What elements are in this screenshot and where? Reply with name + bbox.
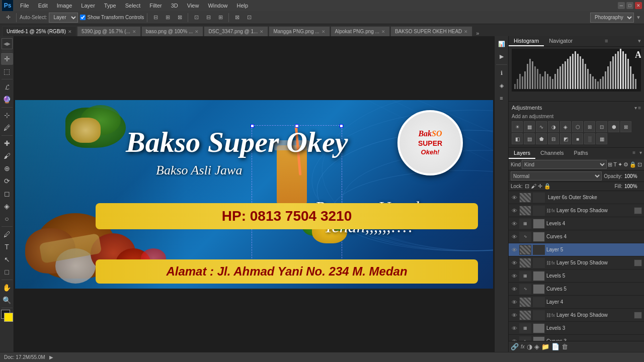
hand-tool[interactable]: ✋ <box>1 282 13 294</box>
adj-gradient-map[interactable]: ▤ <box>524 133 535 144</box>
canvas-area[interactable]: Bakso Super Okey Bakso Asli Jawa Rasanya… <box>14 36 494 352</box>
text-tool[interactable]: T <box>1 241 13 253</box>
zoom-tool[interactable]: 🔍 <box>1 294 13 306</box>
doc-info-expand[interactable]: ▶ <box>49 354 53 360</box>
menu-help[interactable]: Help <box>233 2 253 10</box>
adj-vibrance[interactable]: ◈ <box>560 121 571 132</box>
layer-2-eye[interactable]: 👁 <box>511 221 518 227</box>
adj-brightness[interactable]: ☀ <box>512 121 523 132</box>
lock-position-icon[interactable]: ✛ <box>538 183 542 190</box>
tab-close-bakso-head[interactable]: ✕ <box>464 29 468 34</box>
tab-dsc[interactable]: DSC_3347.png @ 1... ✕ <box>204 26 268 36</box>
workspace-dropdown[interactable]: Photography Essentials <box>590 13 634 23</box>
adj-solid-color[interactable]: ■ <box>572 133 583 144</box>
filter-icon5[interactable]: 🔒 <box>629 161 636 168</box>
layer-9-eye[interactable]: 👁 <box>511 312 518 318</box>
tab-navigator[interactable]: Navigator <box>544 36 578 46</box>
layer-0-eye[interactable]: 👁 <box>511 195 518 201</box>
menu-type[interactable]: Type <box>100 2 120 10</box>
layers-icon-right[interactable]: ≡ <box>496 93 507 104</box>
transform-controls-check[interactable]: Show Transform Controls <box>80 15 144 20</box>
align-center-v-icon[interactable]: ⊟ <box>203 13 213 23</box>
histogram-icon[interactable]: 📊 <box>496 38 507 49</box>
layer-6-eye[interactable]: 👁 <box>511 273 518 279</box>
menu-filter[interactable]: Filter <box>145 2 166 10</box>
shape-tool[interactable]: □ <box>1 266 13 278</box>
menu-3d[interactable]: 3D <box>167 2 182 10</box>
layer-item-4[interactable]: 👁 Layer 5 <box>509 243 644 256</box>
layer-10-eye[interactable]: 👁 <box>511 325 518 331</box>
layer-item-0[interactable]: 👁 Layer 6s Outer Stroke <box>509 191 644 204</box>
path-selection-tool[interactable]: ↖ <box>1 253 13 265</box>
layer-item-2[interactable]: 👁 ▦ Levels 4 <box>509 217 644 230</box>
tab-5390[interactable]: 5390.jpg @ 16.7% (... ✕ <box>77 26 141 36</box>
tab-close-untitled[interactable]: ✕ <box>68 29 72 34</box>
layers-panel-menu[interactable]: ≡ <box>630 148 637 159</box>
distribute-h-icon[interactable]: ⊠ <box>232 13 242 23</box>
kind-dropdown[interactable]: Kind <box>522 160 607 169</box>
align-left-icon[interactable]: ⊟ <box>150 13 160 23</box>
tab-layers[interactable]: Layers <box>509 148 535 159</box>
workspace-expand-icon[interactable]: ▼ <box>636 15 641 20</box>
info-icon[interactable]: ℹ <box>496 67 507 78</box>
lasso-tool[interactable]: 𝓛 <box>1 81 13 93</box>
clone-tool[interactable]: ⊕ <box>1 162 13 174</box>
layer-item-9[interactable]: 👁 ⛓ fx Layer 4s Drop Shadow <box>509 309 644 322</box>
delete-layer-icon[interactable]: 🗑 <box>561 343 568 350</box>
filter-icon3[interactable]: ✦ <box>618 161 622 168</box>
blend-mode-dropdown[interactable]: Normal <box>511 171 602 180</box>
lock-pixels-icon[interactable]: 🖌 <box>531 183 536 190</box>
adj-invert[interactable]: ◩ <box>560 133 571 144</box>
filter-icon2[interactable]: T <box>613 161 617 167</box>
tools-toggle[interactable]: ◀▶ <box>2 38 13 49</box>
tab-baso[interactable]: baso.png @ 100% ... ✕ <box>141 26 204 36</box>
tab-untitled[interactable]: Untitled-1 @ 25% (RGB/8) ✕ <box>2 26 76 36</box>
tab-close-5390[interactable]: ✕ <box>132 29 136 34</box>
history-tool[interactable]: ⟳ <box>1 175 13 187</box>
restore-button[interactable]: □ <box>626 2 633 9</box>
adj-channel-mixer[interactable]: ⊟ <box>548 133 559 144</box>
opacity-value[interactable]: 100% <box>624 173 642 179</box>
adj-pattern[interactable]: ▦ <box>596 133 607 144</box>
align-center-h-icon[interactable]: ⊞ <box>163 13 173 23</box>
tab-channels[interactable]: Channels <box>535 148 569 159</box>
layer-8-eye[interactable]: 👁 <box>511 299 518 305</box>
fill-value[interactable]: 100% <box>624 184 642 189</box>
layer-item-11[interactable]: 👁 ∿ Curves 3 <box>509 335 644 341</box>
adj-cm[interactable]: ⬢ <box>608 121 619 132</box>
layer-7-eye[interactable]: 👁 <box>511 286 518 292</box>
move-tool[interactable]: ✛ <box>1 53 13 65</box>
filter-toggle[interactable]: ⊡ <box>637 161 642 168</box>
layer-item-10[interactable]: 👁 ▦ Levels 3 <box>509 322 644 335</box>
link-layers-icon[interactable]: 🔗 <box>511 343 519 350</box>
layer-3-eye[interactable]: 👁 <box>511 234 518 240</box>
add-mask-icon[interactable]: ◑ <box>527 343 532 350</box>
lock-transparent-icon[interactable]: ⊡ <box>525 183 529 190</box>
histogram-panel-options[interactable]: ≡ <box>602 36 611 46</box>
histogram-panel-collapse[interactable]: ▾ <box>635 36 644 46</box>
adj-curves[interactable]: ∿ <box>536 121 547 132</box>
fx-icon[interactable]: fx <box>521 344 525 349</box>
layer-item-8[interactable]: 👁 Layer 4 <box>509 296 644 309</box>
menu-image[interactable]: Image <box>53 2 76 10</box>
tab-close-baso[interactable]: ✕ <box>195 29 199 34</box>
tab-bakso-head[interactable]: BAKSO SUPER OKEH HEAD ✕ <box>390 26 472 36</box>
filter-icon1[interactable]: ⊞ <box>608 161 612 168</box>
adj-selective-color[interactable]: ⬟ <box>536 133 547 144</box>
tab-paths[interactable]: Paths <box>569 148 593 159</box>
tab-mangga[interactable]: Mangga PNG.png ... ✕ <box>269 26 330 36</box>
menu-select[interactable]: Select <box>121 2 145 10</box>
align-bottom-icon[interactable]: ⊞ <box>215 13 225 23</box>
adj-levels[interactable]: ▦ <box>524 121 535 132</box>
layer-item-5[interactable]: 👁 ⛓ fx Layer 5s Drop Shadow <box>509 256 644 269</box>
adj-gradient[interactable]: ░ <box>584 133 595 144</box>
align-top-icon[interactable]: ⊡ <box>191 13 201 23</box>
eyedropper-tool[interactable]: 🖉 <box>1 122 13 134</box>
lock-all-icon[interactable]: 🔒 <box>544 183 551 190</box>
layer-item-1[interactable]: 👁 ⛓ fx Layer 6s Drop Shadow <box>509 204 644 217</box>
brush-tool[interactable]: 🖌 <box>1 150 13 162</box>
layers-panel-collapse[interactable]: ▾ <box>637 148 644 159</box>
new-group-icon[interactable]: 📁 <box>541 343 549 350</box>
menu-file[interactable]: File <box>16 2 33 10</box>
filter-icon4[interactable]: ⚙ <box>623 161 628 168</box>
